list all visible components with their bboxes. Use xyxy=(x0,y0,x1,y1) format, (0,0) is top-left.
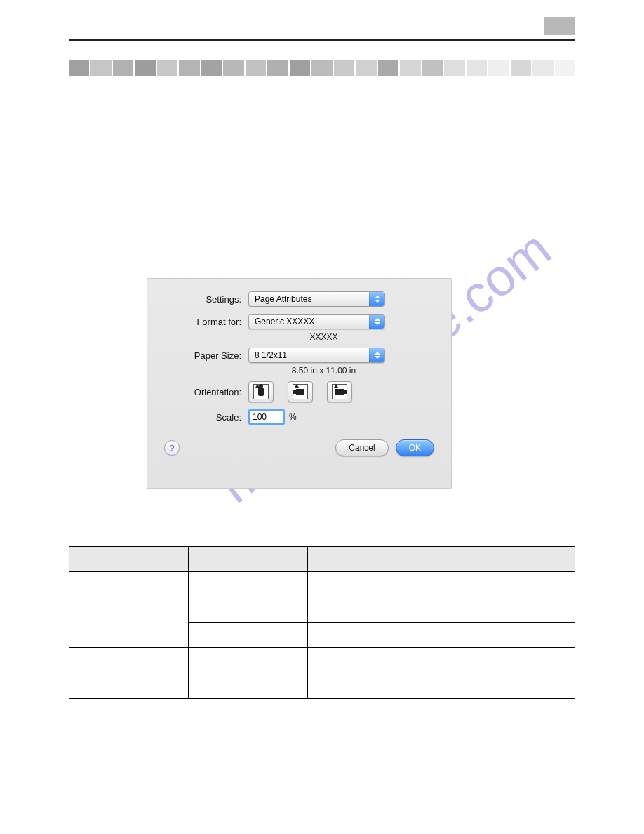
page-setup-dialog: Settings: Page Attributes Format for: Ge… xyxy=(147,278,452,489)
table-header-cell xyxy=(308,547,575,572)
landscape-icon xyxy=(296,389,304,395)
gray-stripe-segment xyxy=(444,60,464,76)
paper-size-subtext: 8.50 in x 11.00 in xyxy=(255,366,392,376)
orientation-reverse-landscape-button[interactable] xyxy=(327,381,352,402)
scale-input[interactable]: 100 xyxy=(248,409,285,425)
table-cell xyxy=(189,648,308,673)
gray-stripe-segment xyxy=(422,60,443,76)
table-cell xyxy=(189,673,308,699)
gray-stripe-segment xyxy=(511,60,531,76)
orientation-landscape-button[interactable] xyxy=(288,381,313,402)
orientation-portrait-button[interactable] xyxy=(248,381,274,402)
table-cell xyxy=(189,572,308,597)
arrow-up-icon xyxy=(334,384,338,388)
gray-stripe-segment xyxy=(135,60,155,76)
gray-stripe-segment xyxy=(69,60,89,76)
ok-button[interactable]: OK xyxy=(396,439,434,456)
help-icon: ? xyxy=(169,443,175,454)
table-cell xyxy=(308,648,575,673)
scale-unit: % xyxy=(289,412,297,422)
orientation-label: Orientation: xyxy=(164,387,248,397)
landscape-reverse-icon xyxy=(335,389,344,395)
gray-stripe-segment xyxy=(400,60,420,76)
table-cell xyxy=(69,572,189,648)
paper-size-label: Paper Size: xyxy=(164,350,248,361)
settings-popup[interactable]: Page Attributes xyxy=(248,291,385,307)
gray-stripe-segment xyxy=(201,60,222,76)
gray-stripe-segment xyxy=(113,60,133,76)
gray-stripe-segment xyxy=(532,60,553,76)
dropdown-arrows-icon xyxy=(369,315,384,329)
gray-stripe-segment xyxy=(223,60,243,76)
scale-label: Scale: xyxy=(164,412,248,423)
portrait-icon xyxy=(258,388,264,396)
table-cell xyxy=(308,597,575,623)
table-cell xyxy=(69,648,189,699)
table-cell xyxy=(189,623,308,648)
gray-stripe-segment xyxy=(467,60,487,76)
format-for-label: Format for: xyxy=(164,317,248,327)
format-for-value: Generic XXXXX xyxy=(255,317,314,326)
gray-stripe-segment xyxy=(246,60,266,76)
gray-stripe-segment xyxy=(311,60,332,76)
format-for-subtext: XXXXX xyxy=(255,332,392,342)
dropdown-arrows-icon xyxy=(369,292,384,306)
gray-stripe-segment xyxy=(90,60,111,76)
settings-label: Settings: xyxy=(164,294,248,305)
paper-size-value: 8 1/2x11 xyxy=(255,350,287,360)
help-button[interactable]: ? xyxy=(164,440,180,456)
gray-stripe-segment xyxy=(290,60,310,76)
arrow-up-icon xyxy=(295,384,299,388)
table-cell xyxy=(308,572,575,597)
gray-stripe-segment xyxy=(334,60,354,76)
table-cell xyxy=(308,623,575,648)
dropdown-arrows-icon xyxy=(369,348,384,362)
table-cell xyxy=(189,597,308,623)
paper-size-popup[interactable]: 8 1/2x11 xyxy=(248,348,385,363)
content-table xyxy=(69,546,575,699)
gray-stripe-segment xyxy=(356,60,376,76)
gray-stripe-segment xyxy=(488,60,509,76)
table-header-cell xyxy=(69,547,189,572)
settings-value: Page Attributes xyxy=(255,294,311,304)
gray-stripe-segment xyxy=(378,60,398,76)
table-header-cell xyxy=(189,547,308,572)
gray-stripe-segment xyxy=(267,60,288,76)
gray-stripe-segment xyxy=(157,60,177,76)
gray-stripe-segment xyxy=(555,60,575,76)
gray-stripe-segment xyxy=(179,60,199,76)
table-cell xyxy=(308,673,575,699)
top-rule xyxy=(69,39,575,41)
format-for-popup[interactable]: Generic XXXXX xyxy=(248,314,385,329)
page-tab xyxy=(544,17,575,35)
cancel-button[interactable]: Cancel xyxy=(335,439,388,456)
gray-stripe-bar xyxy=(69,60,575,76)
bottom-rule xyxy=(69,797,575,797)
